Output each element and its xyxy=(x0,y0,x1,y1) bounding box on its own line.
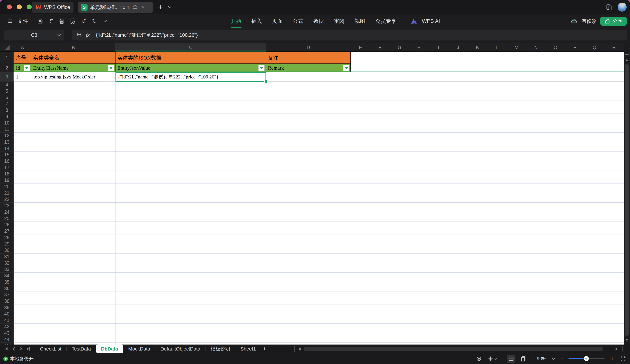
column-header-B[interactable]: B xyxy=(31,43,116,51)
zoom-slider[interactable] xyxy=(568,358,604,359)
print-icon[interactable] xyxy=(58,17,66,25)
row-header-16[interactable]: 16 xyxy=(0,158,14,164)
row-header-20[interactable]: 20 xyxy=(0,183,14,190)
selection-fill-handle[interactable] xyxy=(264,80,268,83)
user-avatar[interactable] xyxy=(618,2,626,11)
tab-close-dot-icon[interactable] xyxy=(142,6,144,8)
ribbon-tab-7[interactable]: 会员专享 xyxy=(375,17,396,25)
normal-view-button[interactable] xyxy=(507,355,516,363)
minimize-window-button[interactable] xyxy=(17,4,22,9)
ribbon-tab-4[interactable]: 数据 xyxy=(313,17,324,25)
row-header-2[interactable]: 2 xyxy=(0,64,14,72)
highlight-view-icon[interactable] xyxy=(476,356,482,362)
row-header-28[interactable]: 28 xyxy=(0,234,14,241)
row-header-38[interactable]: 38 xyxy=(0,298,14,305)
row-header-21[interactable]: 21 xyxy=(0,190,14,196)
column-header-K[interactable]: K xyxy=(468,43,487,51)
next-sheet-icon[interactable] xyxy=(19,347,23,351)
cell-C2[interactable]: EntityJsonValue xyxy=(116,64,266,72)
zoom-slider-knob[interactable] xyxy=(584,356,589,361)
sheet-tab-TestData[interactable]: TestData xyxy=(66,345,96,353)
row-header-41[interactable]: 41 xyxy=(0,317,14,324)
add-sheet-button[interactable]: + xyxy=(263,346,266,352)
row-header-24[interactable]: 24 xyxy=(0,209,14,215)
toolbar-more-chevron-icon[interactable] xyxy=(102,17,109,25)
cell-D1[interactable]: 备注 xyxy=(266,52,351,64)
column-header-C[interactable]: C xyxy=(116,43,266,51)
cloud-sync-icon[interactable] xyxy=(570,17,578,25)
device-sync-icon[interactable] xyxy=(605,3,613,11)
row-header-11[interactable]: 11 xyxy=(0,126,14,133)
column-header-R[interactable]: R xyxy=(604,43,624,51)
sheet-tab-DbData[interactable]: DbData xyxy=(96,345,123,353)
column-header-P[interactable]: P xyxy=(565,43,585,51)
ribbon-tab-1[interactable]: 插入 xyxy=(252,17,262,25)
filter-dropdown-icon[interactable] xyxy=(343,65,349,71)
row-header-37[interactable]: 37 xyxy=(0,292,14,298)
hscroll-left-icon[interactable] xyxy=(298,348,300,351)
column-header-Q[interactable]: Q xyxy=(585,43,604,51)
row-header-36[interactable]: 36 xyxy=(0,285,14,292)
row-header-12[interactable]: 12 xyxy=(0,133,14,139)
close-window-button[interactable] xyxy=(7,4,12,9)
row-header-6[interactable]: 6 xyxy=(0,94,14,101)
row-header-26[interactable]: 26 xyxy=(0,222,14,228)
sheet-tab-Sheet1[interactable]: Sheet1 xyxy=(235,345,261,353)
cell-A2[interactable]: Id xyxy=(14,64,31,72)
cell-A1[interactable]: 序号 xyxy=(14,52,31,64)
column-header-M[interactable]: M xyxy=(507,43,526,51)
row-header-30[interactable]: 30 xyxy=(0,247,14,254)
format-painter-icon[interactable] xyxy=(48,17,54,25)
grid[interactable]: 1234567891011121314151617181920212223242… xyxy=(0,52,624,345)
row-header-25[interactable]: 25 xyxy=(0,215,14,222)
cell-name-box[interactable]: C3 xyxy=(4,29,64,40)
row-header-23[interactable]: 23 xyxy=(0,203,14,209)
row-header-8[interactable]: 8 xyxy=(0,107,14,113)
hscroll-right-icon[interactable] xyxy=(616,348,618,351)
row-header-3[interactable]: 3 xyxy=(0,72,14,82)
row-header-35[interactable]: 35 xyxy=(0,279,14,285)
row-header-44[interactable]: 44 xyxy=(0,336,14,343)
sheet-tab-MockData[interactable]: MockData xyxy=(123,345,155,353)
print-preview-icon[interactable] xyxy=(69,17,76,25)
row-header-34[interactable]: 34 xyxy=(0,273,14,279)
filter-dropdown-icon[interactable] xyxy=(258,65,264,71)
row-header-7[interactable]: 7 xyxy=(0,101,14,107)
page-layout-view-button[interactable] xyxy=(520,356,527,362)
save-icon[interactable] xyxy=(36,17,44,25)
ribbon-tab-0[interactable]: 开始 xyxy=(231,17,241,25)
column-header-F[interactable]: F xyxy=(370,43,390,51)
row-header-18[interactable]: 18 xyxy=(0,171,14,177)
file-menu[interactable]: 文件 xyxy=(18,17,28,25)
column-header-A[interactable]: A xyxy=(14,43,31,51)
scroll-down-icon[interactable] xyxy=(625,339,628,341)
filter-dropdown-icon[interactable] xyxy=(24,65,30,71)
scroll-up-icon[interactable] xyxy=(625,59,628,61)
cell-A3[interactable]: 1 xyxy=(14,72,31,82)
column-header-L[interactable]: L xyxy=(487,43,507,51)
row-header-22[interactable]: 22 xyxy=(0,196,14,203)
zoom-level-label[interactable]: 90% xyxy=(536,356,546,362)
column-header-G[interactable]: G xyxy=(390,43,409,51)
sheet-tab-模板说明[interactable]: 模板说明 xyxy=(206,345,235,353)
sheet-tab-CheckList[interactable]: CheckList xyxy=(35,345,66,353)
column-header-I[interactable]: I xyxy=(429,43,448,51)
filter-dropdown-icon[interactable] xyxy=(108,65,114,71)
prev-sheet-icon[interactable] xyxy=(12,347,16,351)
row-header-43[interactable]: 43 xyxy=(0,330,14,336)
split-handle-icon[interactable] xyxy=(625,54,629,55)
share-button[interactable]: 分享 xyxy=(600,17,626,26)
cell-D2[interactable]: Remark xyxy=(266,64,351,72)
row-header-10[interactable]: 10 xyxy=(0,120,14,126)
sheet-tab-DefaultObjectData[interactable]: DefaultObjectData xyxy=(156,345,205,353)
zoom-in-button[interactable]: ＋ xyxy=(610,356,615,362)
column-header-E[interactable]: E xyxy=(351,43,370,51)
backup-status[interactable]: 本地备份开 xyxy=(4,353,34,364)
cell-B3[interactable]: top.yjp.testing.jxyx.MockOrder xyxy=(31,72,116,82)
ribbon-tab-6[interactable]: 视图 xyxy=(354,17,365,25)
column-header-O[interactable]: O xyxy=(546,43,565,51)
app-home-tab[interactable]: WPS Office xyxy=(32,2,74,13)
row-header-17[interactable]: 17 xyxy=(0,164,14,171)
zoom-out-search-icon[interactable] xyxy=(76,32,83,38)
row-header-19[interactable]: 19 xyxy=(0,177,14,183)
